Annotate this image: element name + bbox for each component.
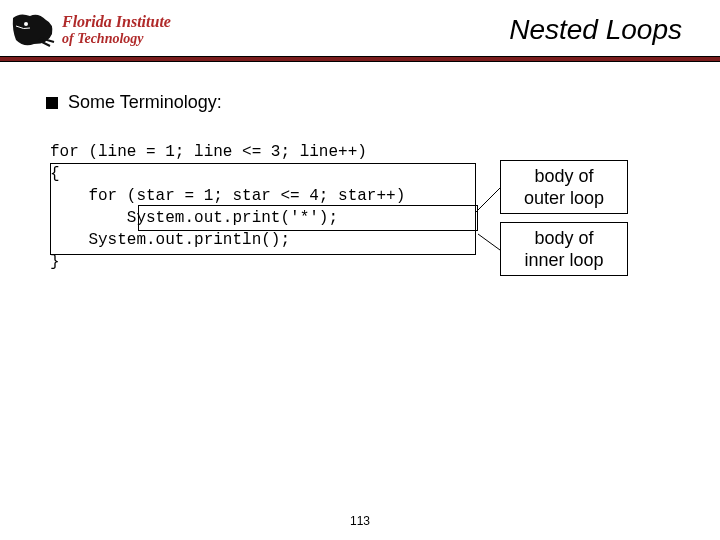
- code-line-2: {: [50, 163, 480, 185]
- institution-logo: Florida Institute of Technology: [10, 10, 171, 50]
- bullet-item: Some Terminology:: [46, 92, 680, 113]
- institution-name: Florida Institute of Technology: [62, 14, 171, 46]
- slide-title: Nested Loops: [509, 14, 710, 46]
- code-line-1: for (line = 1; line <= 3; line++): [50, 141, 480, 163]
- code-line-6: }: [50, 251, 480, 273]
- panther-icon: [10, 10, 56, 50]
- square-bullet-icon: [46, 97, 58, 109]
- page-number: 113: [0, 514, 720, 528]
- callout-group: body of outer loop body of inner loop: [500, 160, 628, 276]
- callout-outer-loop: body of outer loop: [500, 160, 628, 214]
- code-line-4: System.out.print('*');: [50, 207, 480, 229]
- code-line-3: for (star = 1; star <= 4; star++): [50, 185, 480, 207]
- bullet-text: Some Terminology:: [68, 92, 222, 113]
- callout-inner-line2: inner loop: [524, 250, 603, 270]
- callout-inner-loop: body of inner loop: [500, 222, 628, 276]
- callout-outer-line2: outer loop: [524, 188, 604, 208]
- institution-line1: Florida Institute: [62, 14, 171, 30]
- slide-header: Florida Institute of Technology Nested L…: [0, 0, 720, 56]
- code-block: for (line = 1; line <= 3; line++) { for …: [50, 141, 480, 273]
- callout-inner-line1: body of: [534, 228, 593, 248]
- svg-point-0: [24, 22, 28, 26]
- code-line-5: System.out.println();: [50, 229, 480, 251]
- institution-line2: of Technology: [62, 32, 171, 46]
- callout-outer-line1: body of: [534, 166, 593, 186]
